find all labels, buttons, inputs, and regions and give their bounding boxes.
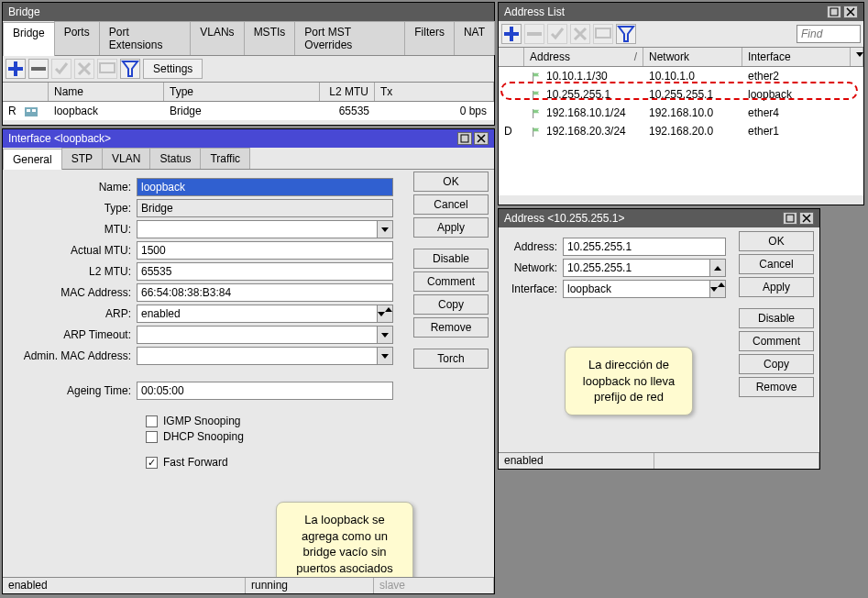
- minimize-button[interactable]: [457, 132, 472, 145]
- interface-field[interactable]: [563, 280, 710, 298]
- cancel-button[interactable]: Cancel: [739, 254, 814, 274]
- interface-window: Interface <loopback> General STP VLAN St…: [2, 128, 495, 594]
- arpto-field[interactable]: [137, 326, 378, 344]
- disable-button[interactable]: Disable: [739, 308, 814, 328]
- tooltip-note: La dirección de loopback no lleva prefij…: [565, 347, 693, 415]
- col-interface[interactable]: Interface: [742, 48, 851, 66]
- mac-field[interactable]: [137, 283, 393, 302]
- addr-titlebar[interactable]: Address <10.255.255.1>: [499, 209, 819, 227]
- actual-mtu-field[interactable]: [137, 241, 393, 260]
- copy-button[interactable]: Copy: [413, 294, 489, 315]
- ageing-field[interactable]: [137, 382, 393, 400]
- add-button[interactable]: [501, 24, 522, 44]
- tab-mstis[interactable]: MSTIs: [244, 21, 296, 55]
- minimize-button[interactable]: [827, 6, 841, 18]
- enable-button[interactable]: [51, 59, 71, 79]
- adminmac-dropdown[interactable]: [377, 347, 393, 365]
- interface-dropdown[interactable]: [709, 280, 726, 298]
- remove-button[interactable]: [28, 59, 49, 79]
- bridge-titlebar[interactable]: Bridge: [3, 3, 494, 21]
- igmp-checkbox[interactable]: [146, 415, 158, 427]
- cancel-button[interactable]: Cancel: [413, 194, 489, 215]
- arp-field[interactable]: [137, 305, 378, 323]
- col-network[interactable]: Network: [643, 48, 742, 66]
- col-l2mtu[interactable]: L2 MTU: [320, 83, 375, 101]
- table-row[interactable]: 10.10.1.1/30 10.10.1.0 ether2: [499, 67, 863, 85]
- ff-checkbox-row[interactable]: Fast Forward: [146, 456, 393, 469]
- apply-button[interactable]: Apply: [739, 277, 814, 297]
- svg-rect-2: [27, 109, 30, 112]
- filter-button[interactable]: [120, 59, 140, 79]
- bridge-window: Bridge Bridge Ports Port Extensions VLAN…: [2, 2, 495, 126]
- col-tx[interactable]: Tx: [375, 83, 494, 101]
- add-button[interactable]: [5, 59, 26, 79]
- tab-mstover[interactable]: Port MST Overrides: [294, 21, 405, 55]
- col-name[interactable]: Name: [49, 83, 164, 101]
- ok-button[interactable]: OK: [739, 231, 814, 251]
- tab-traffic[interactable]: Traffic: [200, 148, 250, 169]
- table-row[interactable]: 192.168.10.1/24 192.168.10.0 ether4: [499, 104, 863, 122]
- ff-checkbox[interactable]: [146, 457, 158, 469]
- arp-dropdown[interactable]: [377, 305, 393, 323]
- tab-vlans[interactable]: VLANs: [190, 21, 244, 55]
- disable-button[interactable]: Disable: [413, 249, 489, 269]
- mtu-dropdown[interactable]: [377, 220, 393, 238]
- comment-button[interactable]: [97, 59, 117, 79]
- tab-bridge[interactable]: Bridge: [3, 22, 55, 56]
- igmp-checkbox-row[interactable]: IGMP Snooping: [146, 415, 393, 427]
- svg-rect-3: [32, 109, 36, 112]
- addrlist-title: Address List: [504, 6, 565, 18]
- l2mtu-field[interactable]: [137, 262, 393, 281]
- comment-button[interactable]: [593, 24, 613, 44]
- col-menu[interactable]: [851, 48, 863, 66]
- dhcp-checkbox[interactable]: [146, 431, 158, 443]
- iface-tabs: General STP VLAN Status Traffic: [3, 148, 494, 170]
- tab-nat[interactable]: NAT: [454, 21, 495, 55]
- arpto-dropdown[interactable]: [377, 326, 393, 344]
- filter-button[interactable]: [616, 24, 636, 44]
- iface-titlebar[interactable]: Interface <loopback>: [3, 129, 494, 148]
- tab-stp[interactable]: STP: [61, 148, 103, 169]
- tab-portext[interactable]: Port Extensions: [99, 21, 192, 55]
- tab-general[interactable]: General: [3, 149, 62, 170]
- settings-button[interactable]: Settings: [143, 59, 203, 79]
- remove-button[interactable]: Remove: [739, 377, 814, 397]
- remove-button[interactable]: Remove: [413, 317, 489, 338]
- col-address[interactable]: Address/: [524, 48, 643, 66]
- table-row[interactable]: D 192.168.20.3/24 192.168.20.0 ether1: [499, 122, 863, 140]
- network-dropdown[interactable]: [709, 259, 726, 277]
- mtu-field[interactable]: [137, 220, 378, 238]
- find-input[interactable]: [797, 25, 861, 43]
- disable-button[interactable]: [570, 24, 590, 44]
- enable-button[interactable]: [547, 24, 567, 44]
- minimize-button[interactable]: [783, 212, 797, 225]
- close-button[interactable]: [843, 6, 858, 18]
- remove-button[interactable]: [524, 24, 544, 44]
- name-field[interactable]: [137, 178, 393, 196]
- network-field[interactable]: [563, 259, 710, 277]
- disable-button[interactable]: [74, 59, 94, 79]
- col-type[interactable]: Type: [164, 83, 320, 101]
- adminmac-field[interactable]: [137, 347, 378, 365]
- table-row[interactable]: R loopback Bridge 65535 0 bps: [3, 102, 494, 120]
- close-button[interactable]: [474, 132, 489, 145]
- tab-vlan[interactable]: VLAN: [102, 148, 150, 169]
- dhcp-checkbox-row[interactable]: DHCP Snooping: [146, 430, 393, 443]
- torch-button[interactable]: Torch: [413, 349, 489, 369]
- comment-button[interactable]: Comment: [739, 331, 814, 351]
- copy-button[interactable]: Copy: [739, 354, 814, 374]
- apply-button[interactable]: Apply: [413, 217, 489, 238]
- tab-filters[interactable]: Filters: [404, 21, 455, 55]
- tab-ports[interactable]: Ports: [54, 21, 100, 55]
- table-row[interactable]: 10.255.255.1 10.255.255.1 loopback: [499, 85, 863, 104]
- svg-rect-11: [786, 215, 794, 222]
- addrlist-toolbar: [499, 21, 863, 48]
- address-field[interactable]: [563, 238, 726, 256]
- svg-rect-4: [830, 8, 838, 16]
- close-button[interactable]: [799, 212, 814, 225]
- addrlist-titlebar[interactable]: Address List: [499, 3, 863, 21]
- svg-rect-10: [461, 135, 468, 142]
- tab-status[interactable]: Status: [149, 148, 201, 169]
- ok-button[interactable]: OK: [413, 172, 489, 192]
- comment-button[interactable]: Comment: [413, 271, 489, 292]
